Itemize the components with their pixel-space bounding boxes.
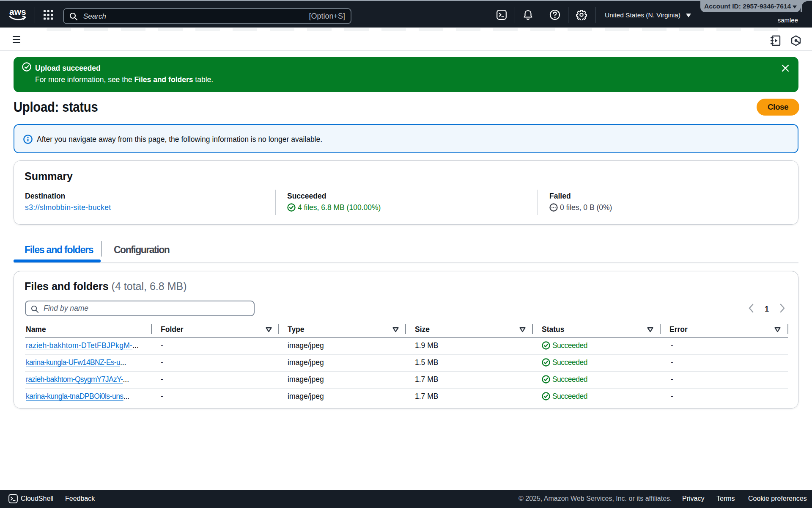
svg-text:aws: aws — [9, 8, 26, 17]
